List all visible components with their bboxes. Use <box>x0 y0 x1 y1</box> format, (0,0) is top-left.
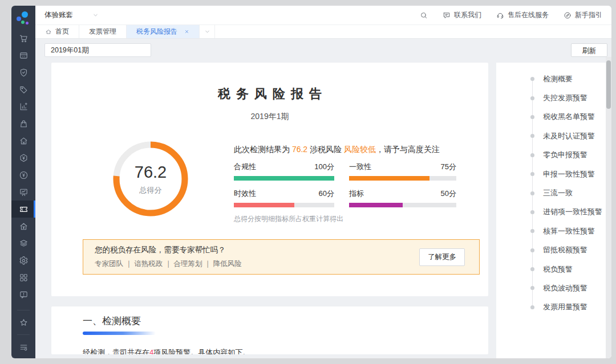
score-section: 76.2 总得分 此次检测结果为 76.2 涉税风险 风险较低，请予与高度关注 … <box>113 141 488 224</box>
expert-banner: 您的税负存在风险，需要专家帮忙吗？ 专家团队 ｜ 谙熟税政 ｜ 合理筹划 ｜ 降… <box>83 239 480 275</box>
topbar-link-label: 联系我们 <box>454 10 481 20</box>
section-title: 一、检测概要 <box>83 314 488 328</box>
anchor-nav-item[interactable]: 发票用量预警 <box>496 298 611 317</box>
sidebar-divider <box>17 310 30 310</box>
close-icon[interactable] <box>184 29 189 34</box>
anchor-nav-label: 失控发票预警 <box>543 93 587 103</box>
metric-name: 时效性 <box>234 189 256 199</box>
sidebar-item-bag[interactable] <box>11 115 35 132</box>
sidebar-item-cart[interactable] <box>11 30 35 47</box>
home-icon <box>45 28 52 35</box>
metric-fill <box>234 203 294 207</box>
app-logo-icon[interactable] <box>17 11 30 26</box>
sidebar-item-board-chart[interactable] <box>11 183 35 201</box>
anchor-nav-item[interactable]: 进销项一致性预警 <box>496 203 611 222</box>
dot-icon <box>530 172 534 176</box>
anchor-nav-item[interactable]: 失控发票预警 <box>496 88 611 107</box>
dot-icon <box>530 191 534 195</box>
building-icon <box>19 136 29 146</box>
anchor-nav-item[interactable]: 申报一致性预警 <box>496 165 611 183</box>
tab-dropdown-button[interactable] <box>200 25 215 38</box>
topbar-link-compass[interactable]: 新手指引 <box>564 10 602 20</box>
sidebar-item-house-yen[interactable] <box>11 218 35 235</box>
tab-home[interactable]: 首页 <box>35 25 79 38</box>
anchor-nav-label: 税负波动预警 <box>543 283 587 293</box>
anchor-nav-item[interactable]: 检测概要 <box>496 69 611 88</box>
anchor-nav-label: 核算一致性预警 <box>543 226 595 236</box>
board-chart-icon <box>19 187 29 197</box>
report-card: 税务风险报告 2019年1期 76.2 总得分 此次 <box>51 63 488 296</box>
tab-tax-risk-report[interactable]: 税务风险报告 <box>127 25 200 38</box>
section-underline <box>83 332 156 335</box>
sidebar-item-hexagon-yen[interactable] <box>11 149 35 166</box>
metric-score: 75分 <box>441 162 456 172</box>
anchor-nav-label: 进销项一致性预警 <box>543 207 602 217</box>
anchor-nav-label: 申报一致性预警 <box>543 169 595 179</box>
result-score: 76.2 <box>292 145 307 154</box>
sidebar-item-star[interactable] <box>11 314 35 331</box>
learn-more-button[interactable]: 了解更多 <box>419 248 465 266</box>
sidebar-item-tag[interactable] <box>11 81 35 98</box>
sidebar-item-gear[interactable] <box>11 252 35 269</box>
anchor-nav-item[interactable]: 零负申报预警 <box>496 146 611 165</box>
gear-icon <box>19 256 29 265</box>
score-note: 总得分按明细指标所占权重计算得出 <box>234 214 478 224</box>
dot-icon <box>530 267 534 271</box>
total-score-label: 总得分 <box>140 185 162 195</box>
sidebar-item-chart-add[interactable] <box>11 98 35 115</box>
chat-square-icon <box>443 11 451 19</box>
dot-icon <box>530 210 534 214</box>
anchor-nav-item[interactable]: 核算一致性预警 <box>496 222 611 240</box>
cart-icon <box>19 34 29 43</box>
metric-track <box>349 203 456 207</box>
anchor-nav-label: 税负预警 <box>543 264 573 275</box>
tab-invoice-management[interactable]: 发票管理 <box>79 25 127 38</box>
sidebar-item-feedback[interactable] <box>11 286 35 303</box>
result-prefix: 此次检测结果为 <box>234 145 292 154</box>
sidebar-item-invoice-ticket[interactable] <box>11 201 35 218</box>
refresh-button[interactable]: 刷新 <box>571 43 607 57</box>
search-icon[interactable] <box>420 11 428 19</box>
metric-fill <box>349 176 429 181</box>
anchor-nav-label: 税收黑名单预警 <box>543 112 595 122</box>
metric-name: 合规性 <box>234 162 256 172</box>
metric-bar: 指标50分 <box>349 189 456 207</box>
anchor-nav-item[interactable]: 留抵税额预警 <box>496 241 611 260</box>
metric-track <box>349 176 456 181</box>
sidebar-item-coin-yen[interactable] <box>11 166 35 183</box>
headset-icon <box>496 11 504 19</box>
topbar-link-chat-square[interactable]: 联系我们 <box>443 10 481 20</box>
chart-add-icon <box>19 102 29 112</box>
sidebar <box>11 6 35 358</box>
report-title: 税务风险报告 <box>51 85 488 103</box>
total-score-value: 76.2 <box>135 163 167 182</box>
dot-icon <box>530 153 534 157</box>
sidebar-item-list-settings[interactable] <box>11 338 35 355</box>
feedback-icon <box>19 290 29 300</box>
anchor-nav-item[interactable]: 税负波动预警 <box>496 279 611 297</box>
scrollbar-thumb[interactable] <box>606 60 611 109</box>
dot-icon <box>530 229 534 233</box>
section-body-prefix: 经检测，贵司共存在 <box>83 348 149 354</box>
anchor-nav-item[interactable]: 税负预警 <box>496 260 611 279</box>
sidebar-item-storage-box[interactable] <box>11 47 35 64</box>
sidebar-item-building[interactable] <box>11 132 35 149</box>
sidebar-item-badge-check[interactable] <box>11 64 35 81</box>
anchor-nav-item[interactable]: 未及时认证预警 <box>496 126 611 145</box>
sidebar-item-apps-grid[interactable] <box>11 269 35 286</box>
account-selector[interactable]: 体验账套 <box>44 10 99 20</box>
period-select[interactable]: 2019年01期 <box>44 43 151 57</box>
anchor-nav-label: 三流一致 <box>543 188 573 198</box>
storage-box-icon <box>19 51 29 60</box>
anchor-nav-item[interactable]: 三流一致 <box>496 183 611 202</box>
house-yen-icon <box>19 222 29 231</box>
topbar-link-headset[interactable]: 售后在线服务 <box>496 10 549 20</box>
score-gauge: 76.2 总得分 <box>113 141 188 216</box>
anchor-nav-label: 检测概要 <box>543 74 573 84</box>
metric-score: 100分 <box>314 162 334 172</box>
anchor-nav-item[interactable]: 税收黑名单预警 <box>496 108 611 126</box>
section-body-suffix: 项风险预警。具体内容如下。 <box>153 348 250 354</box>
account-name: 体验账套 <box>44 10 73 20</box>
banner-title: 您的税负存在风险，需要专家帮忙吗？ <box>95 245 242 255</box>
sidebar-item-layers[interactable] <box>11 235 35 252</box>
